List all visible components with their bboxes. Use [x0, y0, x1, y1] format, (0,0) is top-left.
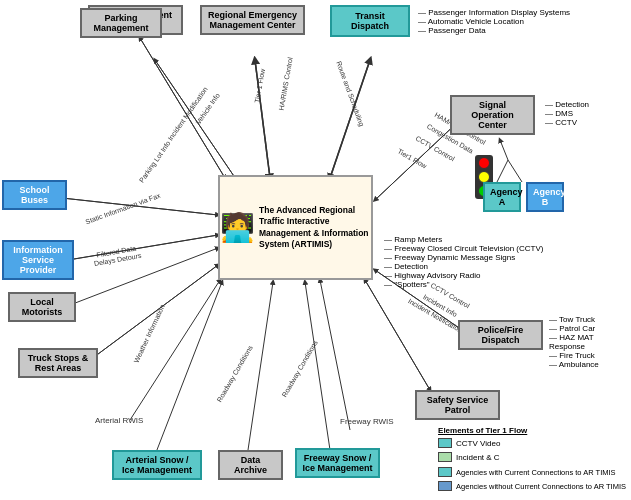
- legend-item-incident: Incident & C: [438, 452, 626, 462]
- legend-color-cctv: [438, 438, 452, 448]
- label-arterial-rwis: Arterial RWIS: [95, 417, 143, 426]
- detection-list: Detection DMS CCTV: [545, 100, 589, 127]
- label-freeway-rwis: Freeway RWIS: [340, 418, 394, 427]
- center-artimis-box: 🧑‍💻 The Advanced Regional Traffic Intera…: [218, 175, 373, 280]
- node-agency-b: Agency B: [526, 182, 564, 212]
- node-agency-a: Agency A: [483, 182, 521, 212]
- agencies-legend: Agencies with Current Connections to AR …: [438, 467, 626, 491]
- legend-agencies-current: Agencies with Current Connections to AR …: [438, 467, 626, 477]
- node-safety-service: Safety Service Patrol: [415, 390, 500, 420]
- legend-color-current: [438, 467, 452, 477]
- svg-line-14: [248, 282, 273, 450]
- node-truck-stops: Truck Stops & Rest Areas: [18, 348, 98, 378]
- node-arterial-snow: Arterial Snow / Ice Management: [112, 450, 202, 480]
- node-transit-dispatch: Transit Dispatch: [330, 5, 410, 37]
- svg-line-5: [330, 60, 370, 178]
- traffic-light-red: [478, 157, 490, 169]
- node-police-fire: Police/Fire Dispatch: [458, 320, 543, 350]
- svg-line-13: [305, 282, 330, 450]
- node-signal-operation: Signal Operation Center: [450, 95, 535, 135]
- svg-line-28: [500, 140, 508, 160]
- artimis-features-list: Ramp Meters Freeway Closed Circuit Telev…: [384, 235, 543, 289]
- legend-color-incident: [438, 452, 452, 462]
- node-freeway-snow: Freeway Snow / Ice Management: [295, 448, 380, 478]
- center-title: The Advanced Regional Traffic Interactiv…: [259, 205, 371, 249]
- node-info-service: Information Service Provider: [2, 240, 74, 280]
- node-school-buses: School Buses: [2, 180, 67, 210]
- police-list: Tow Truck Patrol Car HAZ MAT Response Fi…: [549, 315, 631, 369]
- legend-item-cctv: CCTV Video: [438, 438, 626, 448]
- node-local-motorists: Local Motorists: [8, 292, 76, 322]
- transit-features-list: Passenger Information Display Systems Au…: [418, 8, 570, 35]
- legend-color-without: [438, 481, 452, 491]
- svg-line-27: [508, 160, 522, 182]
- node-regional-emergency: Regional Emergency Management Center: [200, 5, 305, 35]
- node-parking-mgmt: Parking Management: [80, 8, 162, 38]
- diagram-container: 🧑‍💻 The Advanced Regional Traffic Intera…: [0, 0, 631, 500]
- svg-line-26: [497, 160, 508, 182]
- node-data-archive: Data Archive: [218, 450, 283, 480]
- legend-agencies-without: Agencies without Current Connections to …: [438, 481, 626, 491]
- center-person-icon: 🧑‍💻: [220, 211, 255, 244]
- tier1-legend: Elements of Tier 1 Flow CCTV Video Incid…: [438, 426, 626, 495]
- svg-line-12: [320, 280, 350, 430]
